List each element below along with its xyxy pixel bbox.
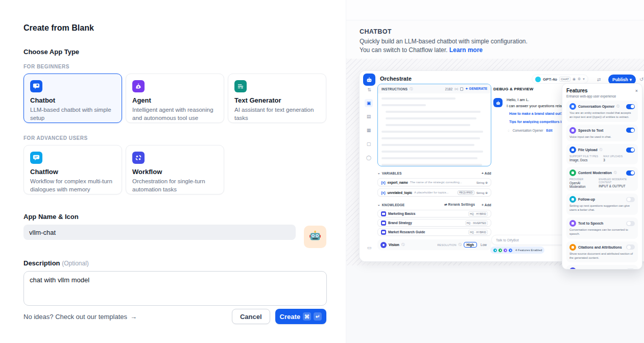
orchestrate-title: Orchestrate <box>380 76 412 82</box>
dataset-icon <box>381 230 386 235</box>
card-desc: Intelligent agent with reasoning and aut… <box>132 106 218 122</box>
knowledge-row: Market Research Guide HQ · HYBRID <box>377 228 491 236</box>
workflow-icon <box>132 152 145 164</box>
variable-row: {x} expert_name The name of the strategi… <box>377 178 491 186</box>
knowledge-row: Brand Strategy HQ · INVERTED <box>377 219 491 227</box>
sidebar-collapse-icon: ▭ <box>365 243 373 252</box>
description-optional-hint: (Optional) <box>62 260 89 267</box>
description-label: Description (Optional) <box>23 259 326 267</box>
preview-heading: CHATBOT <box>360 28 392 35</box>
app-name-row <box>23 225 326 248</box>
conversation-opener-row: ◌ Conversation Opener Edit <box>508 129 553 132</box>
variables-header: ⌄ VARIABLES + Add <box>377 171 491 175</box>
description-textarea[interactable]: chat with vllm model <box>23 271 327 306</box>
follow-up-icon <box>569 196 576 203</box>
variable-row: {x} unrelated_topic A placeholder for to… <box>377 188 491 197</box>
conversation-opener-icon <box>569 103 576 110</box>
close-icon: × <box>635 88 638 93</box>
content-moderation-icon <box>569 169 576 176</box>
app-name-label: App Name & Icon <box>23 213 326 220</box>
speech-mini-icon <box>503 248 508 253</box>
info-icon: ⓘ <box>459 242 462 247</box>
upload-mini-icon <box>508 248 513 253</box>
file-upload-icon <box>569 146 576 153</box>
knowledge-header: ⌄ KNOWLEDGE ⇄ Rerank Settings + Add <box>377 203 491 207</box>
sidebar-orchestrate-icon: ▣ <box>365 99 373 107</box>
chat-greeting-line1: Hello, I am L. <box>507 97 529 102</box>
chatflow-icon <box>30 152 42 164</box>
card-title: Agent <box>132 96 218 104</box>
retrieval-tag: HQ · HYBRID <box>468 211 488 216</box>
add-knowledge-button: + Add <box>482 203 491 207</box>
create-app-modal: Create from Blank Choose App Type FOR BE… <box>0 0 346 343</box>
feature-item-file-upload: File Upload ⓘ SUPPORT FILE TYPES Image, … <box>566 144 638 164</box>
history-icon: ↺ <box>639 77 643 82</box>
required-badge: REQUIRED <box>458 190 474 195</box>
card-desc: AI assistant for text generation tasks <box>234 106 320 122</box>
app-name-input[interactable] <box>23 225 296 240</box>
agent-icon <box>132 80 145 92</box>
feature-item-content-moderation: Content Moderation ⓘ PROVIDER OpenAI Mod… <box>566 167 638 191</box>
app-icon-picker[interactable] <box>304 226 326 248</box>
chevron-down-icon: ⌄ <box>377 171 380 175</box>
group-label-advanced: FOR ADVANCED USERS <box>23 135 326 141</box>
feature-item-follow-up: Follow-up Setting up next questions sugg… <box>566 193 638 215</box>
choose-app-type-heading: Choose App Type <box>23 48 326 56</box>
preview-lower-background <box>346 265 644 343</box>
variable-icon: {x} <box>381 181 386 184</box>
model-gear-icon: ⚙ <box>578 77 581 81</box>
text-to-speech-icon <box>569 220 576 227</box>
speech-to-text-icon <box>569 127 576 134</box>
dataset-icon <box>381 220 386 226</box>
moderation-mini-icon <box>498 248 503 253</box>
features-enabled-bar: 4 Features Enabled <box>490 247 544 254</box>
instructions-placeholder-text <box>378 93 491 166</box>
chevron-down-icon: ▾ <box>630 77 632 82</box>
chevron-down-icon: ▾ <box>583 77 585 81</box>
toggle-switch <box>626 268 635 270</box>
feature-item-citations: Citations and Attributions Show source d… <box>566 241 638 263</box>
group-label-beginners: FOR BEGINNERS <box>23 64 326 69</box>
cmd-key-icon: ⌘ <box>303 312 311 321</box>
sidebar-globe-icon: ◯ <box>365 154 373 162</box>
resolution-high-option: High <box>464 242 477 248</box>
vision-row: Vision ⓘ RESOLUTION ⓘ High Low <box>377 239 491 250</box>
enter-key-icon: ↵ <box>314 312 322 321</box>
dify-app-icon <box>363 74 375 86</box>
preview-top-strip <box>346 0 644 20</box>
card-title: Workflow <box>132 168 218 176</box>
opener-icon: ◌ <box>508 129 510 132</box>
resolution-low-option: Low <box>479 242 488 247</box>
advanced-cards-row: Chatflow Workflow for complex multi-turn… <box>23 145 326 194</box>
robot-emoji-icon <box>308 230 322 243</box>
card-title: Chatbot <box>30 96 115 104</box>
annotation-reply-icon <box>569 267 576 270</box>
info-icon: ⓘ <box>401 242 404 247</box>
app-type-card-workflow[interactable]: Workflow Orchestration for single-turn a… <box>126 145 224 194</box>
model-selector: GPT-4o CHAT ◉ ⚙ ▾ <box>532 75 588 84</box>
edit-link: Edit <box>546 129 553 132</box>
learn-more-link[interactable]: Learn more <box>449 46 483 54</box>
templates-link[interactable]: No ideas? Check out our templates → <box>23 313 137 321</box>
modal-footer: No ideas? Check out our templates → Canc… <box>23 309 326 324</box>
toggle-switch <box>626 170 635 176</box>
sidebar-docs-icon: ▢ <box>365 140 373 148</box>
card-desc: Workflow for complex multi-turn dialogue… <box>30 178 115 193</box>
model-provider-icon <box>535 77 541 82</box>
app-type-card-chatbot[interactable]: Chatbot LLM-based chatbot with simple se… <box>23 74 122 123</box>
app-type-card-agent[interactable]: Agent Intelligent agent with reasoning a… <box>126 74 224 123</box>
chevron-down-icon: ⌄ <box>377 203 380 207</box>
app-type-card-chatflow[interactable]: Chatflow Workflow for complex multi-turn… <box>23 145 122 194</box>
create-button[interactable]: Create ⌘ ↵ <box>275 309 326 324</box>
cancel-button[interactable]: Cancel <box>232 309 270 324</box>
retrieval-tag: HQ · HYBRID <box>468 230 488 235</box>
chatbot-icon <box>30 80 42 92</box>
feature-item-speech-to-text: Speech to Text Voice input can be used i… <box>566 125 638 142</box>
add-variable-button: + Add <box>482 172 491 175</box>
rerank-settings-button: ⇄ Rerank Settings <box>444 203 475 207</box>
toggle-switch <box>626 244 635 250</box>
knowledge-row: Marketing Basics HQ · HYBRID <box>377 210 491 217</box>
toggle-switch <box>626 128 635 133</box>
feature-item-text-to-speech: Text to Speech Conversation messages can… <box>566 217 638 239</box>
app-type-card-text-generator[interactable]: Text Generator AI assistant for text gen… <box>228 74 326 123</box>
